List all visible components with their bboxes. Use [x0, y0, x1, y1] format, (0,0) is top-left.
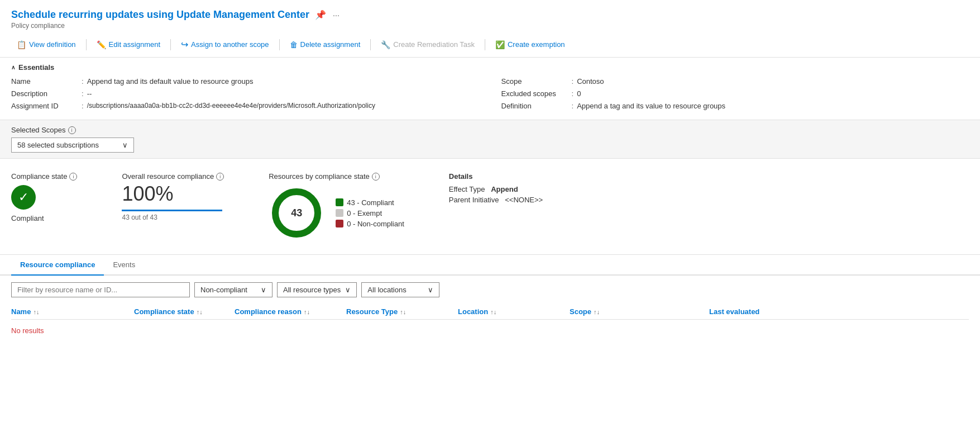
- effect-type-value: Append: [491, 185, 518, 193]
- filters-row: Non-compliant ∨ All resource types ∨ All…: [0, 276, 980, 304]
- page-subtitle: Policy compliance: [11, 22, 969, 30]
- details-title: Details: [449, 172, 543, 181]
- exempt-color: [336, 209, 343, 217]
- th-name[interactable]: Name ↑↓: [11, 307, 134, 316]
- create-remediation-button[interactable]: 🔧 Create Remediation Task: [375, 37, 480, 52]
- th-compliance-state[interactable]: Compliance state ↑↓: [134, 307, 235, 316]
- compliance-bar: [122, 210, 222, 211]
- details-section: Details Effect Type Append Parent Initia…: [449, 172, 543, 204]
- edit-assignment-button[interactable]: ✏️ Edit assignment: [91, 37, 166, 52]
- dropdown-chevron-icon: ∨: [122, 141, 128, 149]
- scopes-label: Selected Scopes i: [11, 126, 969, 134]
- sort-name-icon: ↑↓: [33, 309, 39, 315]
- selected-scopes-section: Selected Scopes i 58 selected subscripti…: [0, 120, 980, 159]
- donut-header: Resources by compliance state i: [269, 172, 404, 181]
- page: Schedule recurring updates using Update …: [0, 0, 980, 422]
- donut-content: 43 43 - Compliant 0 - Exempt 0 - Non-com…: [269, 185, 404, 241]
- parent-initiative-row: Parent Initiative <<NONE>>: [449, 196, 543, 204]
- parent-initiative-value: <<NONE>>: [505, 196, 543, 204]
- donut-chart: 43: [269, 185, 324, 241]
- location-filter-dropdown[interactable]: All locations ∨: [361, 282, 439, 297]
- resource-search-input[interactable]: [11, 282, 190, 297]
- sort-compliance-state-icon: ↑↓: [197, 309, 203, 315]
- effect-type-row: Effect Type Append: [449, 185, 543, 193]
- tabs-section: Resource compliance Events: [0, 255, 980, 276]
- delete-assignment-button[interactable]: 🗑 Delete assignment: [284, 37, 366, 52]
- more-options-icon[interactable]: ···: [333, 11, 340, 20]
- separator-3: [279, 39, 280, 50]
- compliance-state-section: Compliance state i ✓ Compliant: [11, 172, 77, 222]
- toolbar: 📋 View definition ✏️ Edit assignment ↪ A…: [0, 32, 980, 58]
- donut-info-icon[interactable]: i: [372, 173, 380, 181]
- table-section: Name ↑↓ Compliance state ↑↓ Compliance r…: [0, 304, 980, 342]
- compliant-icon: ✓: [11, 185, 36, 210]
- compliance-state-header: Compliance state i: [11, 172, 77, 181]
- th-resource-type[interactable]: Resource Type ↑↓: [346, 307, 458, 316]
- location-chevron: ∨: [428, 286, 433, 294]
- assign-another-scope-button[interactable]: ↪ Assign to another scope: [175, 36, 274, 53]
- compliant-label: Compliant: [11, 214, 44, 222]
- page-title: Schedule recurring updates using Update …: [11, 9, 309, 21]
- th-scope[interactable]: Scope ↑↓: [570, 307, 709, 316]
- description-row: Description : --: [11, 89, 479, 102]
- donut-legend: 43 - Compliant 0 - Exempt 0 - Non-compli…: [336, 198, 404, 228]
- compliance-dashboard: Compliance state i ✓ Compliant Overall r…: [0, 159, 980, 255]
- create-exemption-button[interactable]: ✅ Create exemption: [490, 37, 571, 52]
- table-header: Name ↑↓ Compliance state ↑↓ Compliance r…: [11, 304, 969, 320]
- scopes-info-icon[interactable]: i: [68, 126, 76, 134]
- essentials-grid: Name : Append tag and its default value …: [11, 77, 969, 114]
- name-row: Name : Append tag and its default value …: [11, 77, 479, 89]
- no-results: No results: [11, 320, 969, 342]
- sort-compliance-reason-icon: ↑↓: [304, 309, 310, 315]
- separator-2: [170, 39, 171, 50]
- essentials-header[interactable]: ∧ Essentials: [11, 63, 969, 72]
- resource-type-filter-dropdown[interactable]: All resource types ∨: [277, 282, 357, 297]
- excluded-scopes-row: Excluded scopes : 0: [501, 89, 969, 102]
- resource-type-chevron: ∨: [345, 286, 351, 294]
- tab-events[interactable]: Events: [104, 255, 144, 276]
- pin-icon[interactable]: 📌: [315, 10, 326, 20]
- overall-compliance-info-icon[interactable]: i: [216, 173, 224, 181]
- legend-exempt: 0 - Exempt: [336, 209, 404, 217]
- compliance-state-info-icon[interactable]: i: [69, 173, 77, 181]
- compliant-color: [336, 198, 343, 206]
- compliance-filter-dropdown[interactable]: Non-compliant ∨: [194, 282, 273, 297]
- resources-by-state-section: Resources by compliance state i 43: [269, 172, 404, 241]
- assignment-id-row: Assignment ID : /subscriptions/aaaa0a0a-…: [11, 102, 479, 114]
- scope-row: Scope : Contoso: [501, 77, 969, 89]
- overall-percent: 100%: [122, 183, 224, 205]
- scopes-dropdown[interactable]: 58 selected subscriptions ∨: [11, 137, 134, 153]
- separator-4: [370, 39, 371, 50]
- delete-icon: 🗑: [290, 40, 298, 49]
- definition-row: Definition : Append a tag and its value …: [501, 102, 969, 114]
- tab-resource-compliance[interactable]: Resource compliance: [11, 255, 104, 276]
- view-definition-icon: 📋: [17, 40, 26, 49]
- essentials-chevron: ∧: [11, 64, 15, 70]
- th-compliance-reason[interactable]: Compliance reason ↑↓: [235, 307, 346, 316]
- overall-compliance-section: Overall resource compliance i 100% 43 ou…: [122, 172, 224, 221]
- separator-5: [485, 39, 485, 50]
- page-header: Schedule recurring updates using Update …: [0, 0, 980, 32]
- separator-1: [86, 39, 87, 50]
- sort-resource-type-icon: ↑↓: [400, 309, 406, 315]
- essentials-right: Scope : Contoso Excluded scopes : 0 Defi…: [501, 77, 969, 114]
- remediation-icon: 🔧: [381, 40, 390, 49]
- essentials-section: ∧ Essentials Name : Append tag and its d…: [0, 58, 980, 120]
- sort-location-icon: ↑↓: [490, 309, 496, 315]
- compliance-filter-chevron: ∨: [261, 286, 266, 294]
- legend-non-compliant: 0 - Non-compliant: [336, 220, 404, 228]
- view-definition-button[interactable]: 📋 View definition: [11, 37, 82, 52]
- non-compliant-color: [336, 220, 343, 227]
- assign-scope-icon: ↪: [181, 39, 188, 50]
- exemption-icon: ✅: [495, 40, 505, 49]
- th-location[interactable]: Location ↑↓: [458, 307, 570, 316]
- overall-count: 43 out of 43: [122, 214, 224, 221]
- legend-compliant: 43 - Compliant: [336, 198, 404, 207]
- th-last-evaluated[interactable]: Last evaluated: [709, 307, 969, 316]
- overall-compliance-header: Overall resource compliance i: [122, 172, 224, 181]
- edit-icon: ✏️: [97, 40, 106, 49]
- sort-scope-icon: ↑↓: [594, 309, 600, 315]
- donut-center-value: 43: [291, 207, 302, 219]
- essentials-left: Name : Append tag and its default value …: [11, 77, 479, 114]
